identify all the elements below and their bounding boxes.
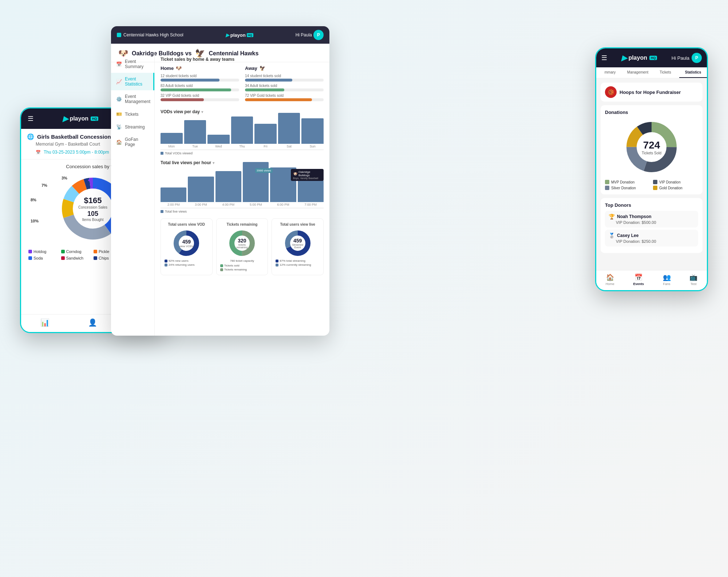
right-nav-fans[interactable]: 👥 Fans	[663, 273, 671, 286]
nav-user[interactable]: 👤	[88, 318, 97, 327]
live-7pm-fill	[298, 180, 324, 202]
bar-sun-fill	[301, 118, 324, 144]
donations-sub: Tickets Sold	[642, 151, 661, 155]
playon-icon-right: ▶	[621, 54, 627, 62]
tab-management[interactable]: Management	[624, 67, 652, 78]
school-name: Centennial Hawks High School	[123, 32, 183, 37]
bar-sun: Sun	[301, 118, 324, 148]
gold-dot	[653, 186, 657, 190]
donor-casey: 🥈 Casey Lee VIP Donation: $250.00	[605, 230, 698, 246]
peak-label: 3986 views	[255, 168, 273, 173]
legend-soda: Soda	[28, 256, 60, 260]
mvp-dot	[605, 180, 609, 184]
hamburger-icon-right[interactable]: ☰	[601, 54, 607, 62]
info-small-icon: ▾	[201, 110, 203, 114]
vip-donation-legend: VIP Donation	[653, 180, 698, 184]
gear-icon: ⚙️	[116, 96, 122, 102]
bar-tue-fill	[184, 120, 206, 144]
away-adult-fill	[245, 88, 284, 91]
donations-card: Donations 724 Tickets Sold	[601, 105, 703, 194]
right-header: ☰ ▶ playon HQ Hi Paula P	[596, 48, 707, 67]
fans-nav-icon: 👥	[663, 273, 671, 281]
away-bar-adult: 34 Adult tickets sold	[245, 84, 324, 91]
bar-mon: Mon	[161, 133, 183, 148]
favicon-dot	[117, 33, 121, 37]
casey-amount: VIP Donation: $250.00	[616, 239, 695, 244]
bar-sat-fill	[278, 113, 300, 144]
vod-bar-chart: Mon Tue Wed Thu Fri	[161, 117, 324, 150]
noah-name-row: 🏆 Noah Thompson	[609, 214, 695, 220]
right-nav: mmary Management Tickets Statistics	[596, 67, 707, 78]
greeting-right: Hi Paula P	[672, 53, 702, 63]
event-name-right: 🏀 Hoops for Hope Fundraiser	[601, 83, 703, 102]
bottom-stats-grid: Total users view VOD 459 view VODs 92% n…	[161, 218, 324, 275]
vod-legend: Total VODs viewed	[161, 151, 324, 155]
home-label: Home 🐶	[161, 66, 239, 71]
stats-icon: 📊	[40, 318, 50, 327]
vod-legend-items: 92% new users 24% returning users	[165, 259, 209, 266]
live-legend-sq	[161, 210, 163, 213]
top-donors-title: Top Donors	[605, 202, 698, 208]
bar-fri-fill	[254, 124, 277, 144]
right-nav-home[interactable]: 🏠 Home	[606, 273, 614, 286]
sidebar-nav: 📅 Event Summary 📈 Event Statistics ⚙️ Ev…	[111, 52, 155, 336]
vod-legend-sq	[161, 152, 163, 155]
event-name-text: Hoops for Hope Fundraiser	[620, 90, 681, 95]
calendar-icon: 📅	[116, 62, 122, 67]
avatar-center[interactable]: P	[313, 30, 324, 40]
sidebar-gofan[interactable]: 🏠 GoFan Page	[111, 133, 154, 151]
live-legend-items: 87% total streaming 12% currently stream…	[276, 259, 320, 266]
live-center: 459 Streamed Event	[290, 238, 305, 249]
hotdog-dot	[28, 250, 32, 253]
bar-thu: Thu	[231, 116, 253, 148]
hq-badge-center: HQ	[247, 33, 253, 37]
right-nav-events[interactable]: 📅 Events	[633, 273, 644, 286]
hamburger-icon[interactable]: ☰	[28, 115, 33, 123]
corndog-dot	[61, 250, 65, 253]
logo-text-right: playon	[628, 55, 647, 61]
mvp-donation-legend: MVP Donation	[605, 180, 650, 184]
live-users-donut: 459 Streamed Event	[283, 229, 312, 258]
live-bar-3pm: 3:00 PM	[188, 177, 214, 206]
vip-dot	[653, 180, 657, 184]
sidebar-streaming[interactable]: 📡 Streaming	[111, 120, 154, 133]
vod-legend-returning: 24% returning users	[165, 263, 209, 266]
bulldogs-tooltip-icon: 🐶	[293, 172, 297, 176]
tab-statistics[interactable]: Statistics	[679, 67, 707, 78]
home-adult-fill	[161, 88, 231, 91]
donations-legend: MVP Donation VIP Donation Silver Donatio…	[605, 180, 698, 190]
test-nav-icon: 📺	[689, 273, 697, 281]
right-card-content: 🏀 Hoops for Hope Fundraiser Donations	[596, 78, 707, 280]
avatar-right[interactable]: P	[692, 53, 702, 63]
sidebar-event-statistics[interactable]: 📈 Event Statistics	[111, 73, 154, 90]
pct-10: 10%	[31, 219, 39, 223]
sidebar-event-summary[interactable]: 📅 Event Summary	[111, 55, 154, 73]
home-nav-icon: 🏠	[606, 273, 614, 281]
nav-stats[interactable]: 📊	[40, 318, 50, 327]
vod-users-donut: 459 view VODs	[172, 229, 201, 258]
ticket-icon: 🎫	[116, 111, 122, 117]
right-nav-test[interactable]: 📺 Test	[689, 273, 697, 286]
bar-fri: Fri	[254, 124, 277, 148]
sidebar-tickets[interactable]: 🎫 Tickets	[111, 108, 154, 120]
tab-tickets[interactable]: Tickets	[652, 67, 679, 78]
donations-donut-center: 724 Tickets Sold	[642, 139, 661, 155]
event-logo-right: 🏀	[605, 86, 617, 98]
sidebar-event-management[interactable]: ⚙️ Event Management	[111, 90, 154, 108]
tab-summary[interactable]: mmary	[596, 67, 624, 78]
away-vip-fill	[245, 98, 312, 101]
live-2pm-fill	[161, 187, 186, 202]
concession-amount-label: Concession Sales	[78, 205, 107, 209]
noah-name: Noah Thompson	[617, 214, 652, 219]
away-label: Away 🦅	[245, 66, 324, 71]
team-sport-label: Boys, Varsity Baseball	[293, 177, 321, 179]
legend-corndog: Corndog	[61, 249, 92, 254]
events-nav-icon: 📅	[634, 273, 642, 281]
playon-icon: ▶	[63, 114, 68, 123]
home-bar-adult: 83 Adult tickets sold	[161, 84, 239, 91]
pct-8: 8%	[31, 198, 36, 202]
casey-trophy-icon: 🥈	[609, 233, 615, 238]
away-stats: Away 🦅 14 student tickets sold 34 Adult …	[245, 66, 324, 103]
live-total-legend: 87% total streaming	[276, 259, 320, 262]
legend-sandwich: Sandwich	[61, 256, 92, 260]
